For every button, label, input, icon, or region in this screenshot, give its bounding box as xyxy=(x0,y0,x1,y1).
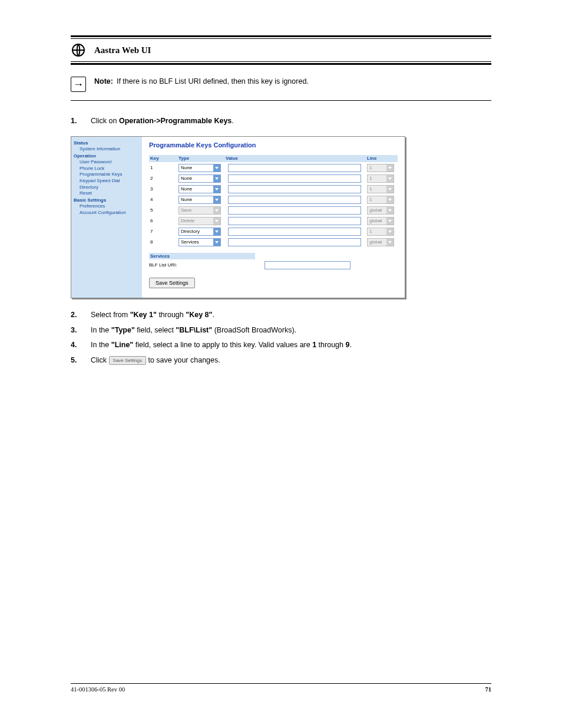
table-row: 6Deleteglobal xyxy=(149,216,398,226)
value-input[interactable] xyxy=(228,174,361,183)
table-row: 2None1 xyxy=(149,174,398,183)
line-select: global xyxy=(367,238,394,246)
save-settings-button[interactable]: Save Settings xyxy=(149,278,195,288)
sidebar-item-acct[interactable]: Account Configuration xyxy=(74,210,141,216)
config-screenshot: Status System Information Operation User… xyxy=(71,136,405,299)
value-input[interactable] xyxy=(228,164,361,172)
table-row: 4None1 xyxy=(149,195,398,205)
footer-page: 71 xyxy=(485,686,492,693)
blf-label: BLF List URI: xyxy=(149,262,265,268)
type-select[interactable]: Services xyxy=(178,238,221,246)
note-label: Note: xyxy=(94,77,113,85)
step-3: 3. In the "Type" field, select "BLF\List… xyxy=(71,325,491,336)
line-select: 1 xyxy=(367,185,394,193)
value-input[interactable] xyxy=(228,185,361,193)
step-5: 5. Click Save Settings to save your chan… xyxy=(71,355,491,366)
table-row: 7Directory1 xyxy=(149,227,398,236)
sidebar-item-userpw[interactable]: User Password xyxy=(74,159,141,165)
type-select[interactable]: None xyxy=(178,174,221,183)
key-cell: 7 xyxy=(149,229,178,235)
sidebar-item-keypad[interactable]: Keypad Speed Dial xyxy=(74,178,141,184)
step-2: 2. Select from "Key 1" through "Key 8". xyxy=(71,310,491,321)
arrow-right-icon: → xyxy=(71,77,86,92)
value-input[interactable] xyxy=(228,206,361,215)
step-4: 4. In the "Line" field, select a line to… xyxy=(71,340,491,351)
sidebar-operation[interactable]: Operation xyxy=(74,153,141,159)
sidebar: Status System Information Operation User… xyxy=(71,137,142,298)
key-cell: 8 xyxy=(149,239,178,245)
line-select: 1 xyxy=(367,228,394,236)
table-row: 3None1 xyxy=(149,185,398,194)
footer-left: 41-001306-05 Rev 00 xyxy=(71,686,125,693)
note-text: If there is no BLF List URI defined, the… xyxy=(117,77,309,85)
key-cell: 5 xyxy=(149,207,178,213)
sidebar-status[interactable]: Status xyxy=(74,140,141,146)
inline-save-settings-button[interactable]: Save Settings xyxy=(109,356,146,365)
type-select: Save xyxy=(178,206,221,215)
value-input[interactable] xyxy=(228,217,361,225)
value-input[interactable] xyxy=(228,196,361,204)
type-select[interactable]: None xyxy=(178,185,221,193)
line-select: global xyxy=(367,206,394,215)
line-select: 1 xyxy=(367,174,394,183)
table-row: 5Saveglobal xyxy=(149,206,398,215)
web-ui-label: Aastra Web UI xyxy=(94,45,151,55)
sidebar-item-progkeys[interactable]: Programmable Keys xyxy=(74,172,141,177)
sidebar-item-reset[interactable]: Reset xyxy=(74,190,141,196)
sidebar-item-directory[interactable]: Directory xyxy=(74,185,141,190)
sidebar-item-sysinfo[interactable]: System Information xyxy=(74,146,141,152)
line-select: 1 xyxy=(367,196,394,204)
type-select[interactable]: Directory xyxy=(178,228,221,236)
line-select: 1 xyxy=(367,164,394,172)
sidebar-basic[interactable]: Basic Settings xyxy=(74,197,141,203)
type-select[interactable]: None xyxy=(178,164,221,172)
globe-icon xyxy=(71,42,86,58)
sidebar-item-prefs[interactable]: Preferences xyxy=(74,203,141,209)
type-select[interactable]: None xyxy=(178,196,221,204)
type-select: Delete xyxy=(178,217,221,225)
key-cell: 3 xyxy=(149,186,178,192)
value-input[interactable] xyxy=(228,228,361,236)
services-header: Services xyxy=(149,253,255,260)
table-row: 1None1 xyxy=(149,163,398,173)
table-header: Key Type Value Line xyxy=(149,155,398,162)
key-cell: 4 xyxy=(149,197,178,203)
sidebar-item-phonelock[interactable]: Phone Lock xyxy=(74,166,141,172)
key-cell: 6 xyxy=(149,218,178,224)
value-input[interactable] xyxy=(228,238,361,246)
line-select: global xyxy=(367,217,394,225)
table-row: 8Servicesglobal xyxy=(149,238,398,247)
page-title: Programmable Keys Configuration xyxy=(149,141,398,149)
key-cell: 2 xyxy=(149,176,178,182)
step-1: 1. Click on Operation->Programmable Keys… xyxy=(71,116,491,127)
key-cell: 1 xyxy=(149,165,178,171)
blf-uri-input[interactable] xyxy=(265,261,351,269)
